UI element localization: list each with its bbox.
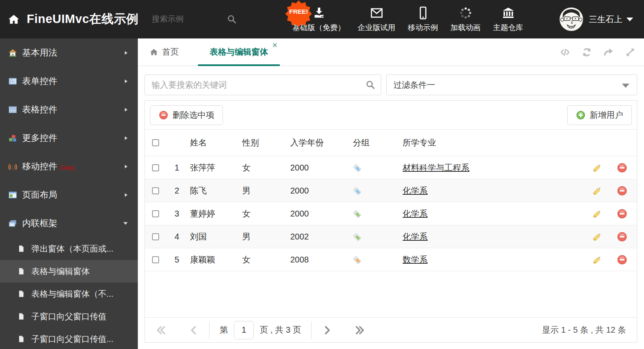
cell-name: 陈飞 — [182, 185, 232, 196]
refresh-icon[interactable] — [581, 47, 592, 58]
broadcast-icon — [8, 162, 17, 171]
sidebar-item-label: 内联框架 — [22, 217, 57, 229]
sidebar-subitem-child-to-parent-2[interactable]: 子窗口向父窗口传值... — [0, 328, 138, 349]
chevron-right-icon — [123, 50, 129, 56]
cubes-icon — [8, 134, 17, 143]
tag-icon — [353, 186, 362, 195]
nav-item-loading-animation[interactable]: 加载动画 — [451, 6, 481, 33]
fullscreen-icon[interactable] — [625, 47, 636, 58]
header-cell-group: 分组 — [344, 137, 393, 148]
home-icon[interactable] — [8, 13, 20, 25]
mobile-icon — [416, 6, 430, 20]
header-cell-gender: 性别 — [232, 137, 281, 148]
nav-item-mobile-demo[interactable]: 移动示例 — [408, 6, 438, 33]
sidebar-item-page-layout[interactable]: 页面布局 — [0, 181, 138, 209]
download-icon — [312, 6, 326, 20]
edit-icon[interactable] — [592, 163, 602, 173]
delete-icon[interactable] — [617, 255, 627, 265]
filter-dropdown[interactable]: 过滤条件一 — [386, 74, 637, 95]
nav-item-theme-store[interactable]: 主题仓库 — [493, 6, 523, 33]
sidebar-item-basic-usage[interactable]: 基本用法 — [0, 38, 138, 67]
edit-icon[interactable] — [592, 255, 602, 265]
row-checkbox[interactable] — [152, 256, 159, 263]
tab-home[interactable]: 首页 — [150, 38, 179, 66]
delete-icon[interactable] — [617, 163, 627, 173]
file-icon — [18, 335, 25, 343]
header-nav: 基础版（免费） 企业版试用 移动示例 加载动画 主题仓库 — [293, 6, 523, 33]
user-menu[interactable]: 三生石上 — [559, 7, 633, 31]
first-page-icon[interactable] — [156, 325, 167, 336]
edit-icon[interactable] — [592, 232, 602, 242]
delete-icon[interactable] — [617, 186, 627, 196]
sidebar-subitem-grid-edit-window[interactable]: 表格与编辑窗体 — [0, 260, 138, 283]
sidebar-item-label: 表单控件 — [22, 75, 57, 87]
major-link[interactable]: 材料科学与工程系 — [403, 163, 469, 172]
button-label: 删除选中项 — [172, 110, 214, 121]
sidebar-subitem-grid-edit-window-2[interactable]: 表格与编辑窗体（不... — [0, 283, 138, 305]
layout-icon — [8, 191, 17, 199]
page-number-input[interactable] — [234, 321, 254, 339]
source-code-icon[interactable] — [560, 47, 570, 58]
nav-label: 主题仓库 — [493, 23, 523, 33]
file-icon — [18, 267, 25, 275]
cell-name: 康颖颖 — [182, 254, 232, 265]
row-number: 5 — [166, 255, 182, 265]
delete-icon[interactable] — [617, 232, 627, 242]
sidebar-item-form-controls[interactable]: 表单控件 — [0, 67, 138, 95]
sidebar-item-label: 页面布局 — [22, 189, 57, 201]
record-count-summary: 显示 1 - 5 条 , 共 12 条 — [542, 324, 626, 336]
avatar[interactable] — [559, 7, 583, 31]
sidebar-item-grid-controls[interactable]: 表格控件 — [0, 95, 138, 124]
chevron-right-icon — [123, 79, 129, 84]
sidebar-item-label: 表格控件 — [22, 104, 57, 115]
edit-icon[interactable] — [592, 209, 602, 219]
chevron-right-icon — [123, 135, 129, 141]
select-all-checkbox[interactable] — [152, 139, 159, 146]
filter-row: 过滤条件一 — [145, 74, 637, 95]
previous-page-icon[interactable] — [188, 325, 199, 336]
chevron-right-icon — [123, 107, 129, 112]
edit-icon[interactable] — [592, 186, 602, 196]
major-link[interactable]: 化学系 — [403, 186, 428, 195]
cell-gender: 女 — [232, 162, 281, 173]
close-icon[interactable] — [272, 43, 277, 48]
row-number: 2 — [166, 186, 182, 196]
filter-dropdown-value: 过滤条件一 — [393, 79, 435, 91]
pagination-bar: 第 页 , 共 3 页 显示 1 - 5 条 , 共 12 条 — [145, 317, 637, 342]
open-in-new-icon[interactable] — [603, 47, 614, 58]
search-icon[interactable] — [365, 80, 375, 90]
button-label: 新增用户 — [590, 110, 623, 121]
header-search-input[interactable] — [152, 15, 221, 24]
row-number: 3 — [166, 209, 182, 219]
page-prefix-label: 第 — [220, 324, 228, 336]
search-icon[interactable] — [227, 14, 237, 24]
sidebar-subitem-child-to-parent[interactable]: 子窗口向父窗口传值 — [0, 305, 138, 328]
corp-badge: Corp. — [60, 164, 76, 171]
row-checkbox[interactable] — [152, 233, 159, 240]
cell-year: 2000 — [281, 163, 344, 173]
delete-icon[interactable] — [617, 209, 627, 219]
keyword-search-input[interactable] — [145, 74, 381, 95]
nav-item-enterprise-trial[interactable]: 企业版试用 — [358, 6, 396, 33]
grid-panel: 删除选中项 新增用户 姓名 性别 入学年份 分组 所学专业 1 张萍萍 女 20… — [145, 100, 637, 343]
form-icon — [8, 77, 17, 86]
sidebar-item-mobile-controls[interactable]: 移动控件 Corp. — [0, 152, 138, 181]
major-link[interactable]: 化学系 — [403, 232, 428, 241]
tab-grid-edit-window[interactable]: 表格与编辑窗体 — [198, 38, 280, 66]
sidebar-item-iframe[interactable]: 内联框架 — [0, 209, 138, 237]
next-page-icon[interactable] — [322, 325, 332, 336]
cell-gender: 女 — [232, 254, 281, 265]
row-checkbox[interactable] — [152, 187, 159, 194]
row-checkbox[interactable] — [152, 164, 159, 171]
last-page-icon[interactable] — [354, 325, 365, 336]
sidebar-item-more-controls[interactable]: 更多控件 — [0, 124, 138, 152]
major-link[interactable]: 数学系 — [403, 255, 428, 264]
table-row: 5 康颖颖 女 2008 数学系 — [145, 248, 637, 271]
add-user-button[interactable]: 新增用户 — [567, 105, 632, 125]
home-icon — [150, 48, 158, 56]
major-link[interactable]: 化学系 — [403, 209, 428, 218]
sidebar-subitem-popup-window[interactable]: 弹出窗体（本页面或... — [0, 237, 138, 260]
row-checkbox[interactable] — [152, 210, 159, 217]
delete-selected-button[interactable]: 删除选中项 — [150, 105, 223, 125]
tab-label: 表格与编辑窗体 — [210, 46, 268, 58]
